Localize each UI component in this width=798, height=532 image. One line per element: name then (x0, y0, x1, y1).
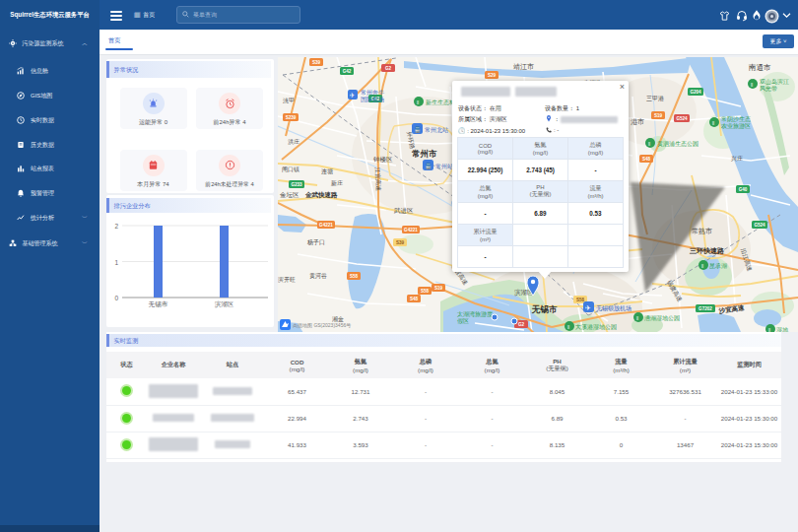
svg-text:常阴沙生态: 常阴沙生态 (721, 115, 751, 123)
svg-text:漕湖湿地公园: 漕湖湿地公园 (644, 314, 680, 322)
svg-text:连塘: 连塘 (321, 167, 333, 175)
svg-text:金武快速路: 金武快速路 (304, 191, 338, 199)
svg-text:金坛区: 金坛区 (280, 191, 299, 198)
svg-text:ll: ll (648, 141, 650, 147)
svg-text:ll: ll (567, 324, 569, 330)
svg-text:S48: S48 (642, 157, 651, 162)
svg-text:钟楼区: 钟楼区 (372, 156, 393, 163)
svg-text:常州站: 常州站 (435, 164, 453, 170)
svg-text:武进区: 武进区 (393, 207, 414, 215)
svg-text:S58: S58 (421, 289, 430, 294)
svg-text:无锡市: 无锡市 (531, 304, 558, 314)
svg-text:G233: G233 (291, 182, 302, 187)
svg-text:S19: S19 (654, 113, 663, 118)
svg-text:ll: ll (701, 263, 703, 269)
svg-text:风光带: 风光带 (760, 86, 777, 93)
svg-text:S29: S29 (488, 73, 497, 78)
svg-text:黄河谷: 黄河谷 (309, 273, 327, 280)
svg-text:港市: 港市 (631, 117, 644, 126)
svg-text:G204: G204 (690, 90, 701, 95)
svg-text:G524: G524 (676, 116, 688, 121)
svg-text:太湖湾旅游度: 太湖湾旅游度 (457, 310, 493, 318)
svg-text:S58: S58 (350, 274, 359, 279)
svg-text:假区: 假区 (457, 317, 469, 324)
svg-text:S239: S239 (286, 115, 297, 120)
svg-text:三甲港: 三甲港 (646, 96, 664, 102)
svg-text:G524: G524 (754, 223, 765, 228)
svg-text:兴庄: 兴庄 (731, 155, 743, 162)
svg-text:S19: S19 (434, 286, 443, 291)
svg-text:G7202: G7202 (698, 306, 712, 311)
svg-text:洮甲: 洮甲 (283, 98, 295, 104)
svg-text:ll: ll (636, 315, 638, 321)
svg-text:农业旅游区: 农业旅游区 (721, 122, 751, 130)
svg-text:无锡硕放机场: 无锡硕放机场 (596, 304, 632, 312)
svg-text:杨子口: 杨子口 (306, 238, 325, 246)
svg-text:三环快速路: 三环快速路 (690, 247, 725, 255)
svg-text:南通市: 南通市 (748, 63, 771, 72)
svg-text:闸口镇: 闸口镇 (282, 166, 299, 173)
svg-text:✈: ✈ (585, 304, 591, 311)
svg-text:S48: S48 (410, 297, 419, 301)
svg-text:大溪港湿地公园: 大溪港湿地公园 (575, 323, 617, 331)
svg-text:G4221: G4221 (404, 228, 418, 233)
svg-text:S58: S58 (576, 298, 585, 302)
svg-text:✈: ✈ (350, 92, 356, 99)
svg-text:江宜高速: 江宜高速 (374, 167, 382, 191)
svg-text:🚆: 🚆 (414, 126, 422, 134)
svg-text:无锡市: 无锡市 (149, 300, 168, 308)
svg-text:滨开旺: 滨开旺 (278, 276, 296, 283)
svg-text:G2: G2 (385, 66, 392, 71)
svg-text:常州奔牛: 常州奔牛 (361, 90, 384, 96)
svg-text:S39: S39 (396, 240, 405, 245)
svg-text:S39: S39 (312, 60, 321, 65)
svg-text:常州北站: 常州北站 (425, 126, 448, 134)
svg-text:ll: ll (751, 82, 753, 88)
svg-text:1: 1 (114, 259, 118, 266)
svg-text:ll: ll (712, 120, 714, 126)
svg-text:昆承湖: 昆承湖 (709, 263, 727, 270)
svg-text:0: 0 (114, 295, 118, 301)
svg-text:洪庄: 洪庄 (288, 138, 299, 145)
svg-text:G2: G2 (518, 322, 525, 327)
svg-text:黄泗浦生态公园: 黄泗浦生态公园 (657, 140, 698, 148)
svg-text:新庄: 新庄 (331, 179, 343, 186)
svg-text:常州市: 常州市 (412, 149, 437, 159)
svg-text:G40: G40 (739, 187, 748, 192)
svg-text:2: 2 (114, 223, 118, 230)
svg-text:G42: G42 (343, 69, 352, 74)
svg-text:国际机场: 国际机场 (361, 96, 384, 103)
svg-text:靖江市: 靖江市 (513, 62, 534, 71)
svg-text:常熟市: 常熟市 (692, 227, 712, 235)
svg-text:G4221: G4221 (319, 223, 333, 228)
svg-text:双山岛滨江: 双山岛滨江 (760, 78, 789, 85)
svg-text:滨湖区: 滨湖区 (215, 300, 234, 308)
svg-text:高德地图 GS(2023)3456号: 高德地图 GS(2023)3456号 (293, 322, 351, 329)
svg-text:🚆: 🚆 (425, 163, 432, 170)
svg-text:ll: ll (417, 100, 419, 105)
